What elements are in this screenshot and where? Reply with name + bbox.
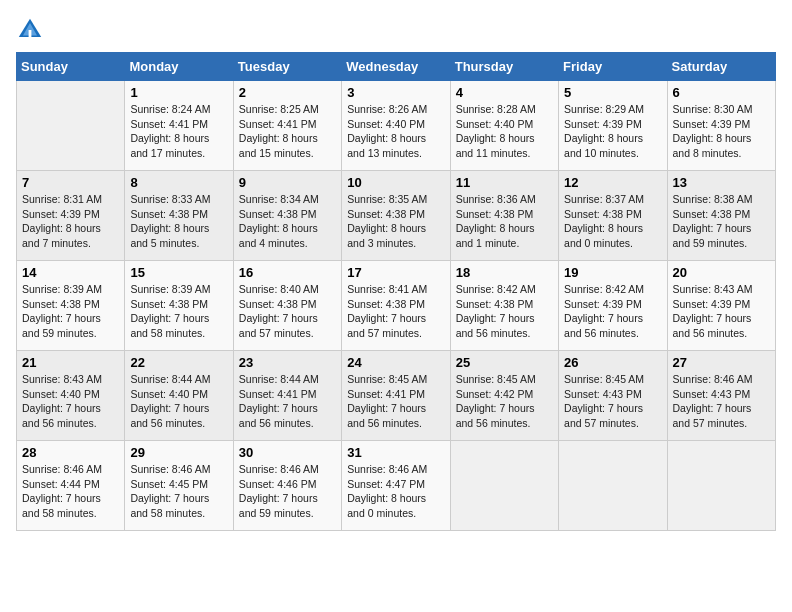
header-saturday: Saturday [667,53,775,81]
day-number: 8 [130,175,227,190]
header-sunday: Sunday [17,53,125,81]
calendar-cell: 6Sunrise: 8:30 AM Sunset: 4:39 PM Daylig… [667,81,775,171]
cell-content: Sunrise: 8:33 AM Sunset: 4:38 PM Dayligh… [130,192,227,251]
calendar-cell: 16Sunrise: 8:40 AM Sunset: 4:38 PM Dayli… [233,261,341,351]
calendar-cell [667,441,775,531]
cell-content: Sunrise: 8:46 AM Sunset: 4:46 PM Dayligh… [239,462,336,521]
day-number: 20 [673,265,770,280]
day-number: 28 [22,445,119,460]
day-number: 5 [564,85,661,100]
header-friday: Friday [559,53,667,81]
day-number: 19 [564,265,661,280]
calendar-cell [559,441,667,531]
day-number: 15 [130,265,227,280]
cell-content: Sunrise: 8:36 AM Sunset: 4:38 PM Dayligh… [456,192,553,251]
day-number: 18 [456,265,553,280]
day-number: 14 [22,265,119,280]
week-row-4: 21Sunrise: 8:43 AM Sunset: 4:40 PM Dayli… [17,351,776,441]
calendar-cell: 24Sunrise: 8:45 AM Sunset: 4:41 PM Dayli… [342,351,450,441]
cell-content: Sunrise: 8:34 AM Sunset: 4:38 PM Dayligh… [239,192,336,251]
cell-content: Sunrise: 8:30 AM Sunset: 4:39 PM Dayligh… [673,102,770,161]
calendar-cell: 22Sunrise: 8:44 AM Sunset: 4:40 PM Dayli… [125,351,233,441]
day-number: 31 [347,445,444,460]
day-number: 7 [22,175,119,190]
cell-content: Sunrise: 8:39 AM Sunset: 4:38 PM Dayligh… [130,282,227,341]
calendar-cell: 13Sunrise: 8:38 AM Sunset: 4:38 PM Dayli… [667,171,775,261]
calendar-cell: 1Sunrise: 8:24 AM Sunset: 4:41 PM Daylig… [125,81,233,171]
cell-content: Sunrise: 8:26 AM Sunset: 4:40 PM Dayligh… [347,102,444,161]
calendar-cell: 12Sunrise: 8:37 AM Sunset: 4:38 PM Dayli… [559,171,667,261]
day-number: 3 [347,85,444,100]
calendar-cell: 29Sunrise: 8:46 AM Sunset: 4:45 PM Dayli… [125,441,233,531]
calendar-cell: 10Sunrise: 8:35 AM Sunset: 4:38 PM Dayli… [342,171,450,261]
week-row-5: 28Sunrise: 8:46 AM Sunset: 4:44 PM Dayli… [17,441,776,531]
calendar-cell: 26Sunrise: 8:45 AM Sunset: 4:43 PM Dayli… [559,351,667,441]
calendar-cell: 28Sunrise: 8:46 AM Sunset: 4:44 PM Dayli… [17,441,125,531]
cell-content: Sunrise: 8:35 AM Sunset: 4:38 PM Dayligh… [347,192,444,251]
cell-content: Sunrise: 8:39 AM Sunset: 4:38 PM Dayligh… [22,282,119,341]
week-row-2: 7Sunrise: 8:31 AM Sunset: 4:39 PM Daylig… [17,171,776,261]
day-number: 23 [239,355,336,370]
calendar-cell [17,81,125,171]
calendar-cell: 19Sunrise: 8:42 AM Sunset: 4:39 PM Dayli… [559,261,667,351]
day-number: 9 [239,175,336,190]
cell-content: Sunrise: 8:38 AM Sunset: 4:38 PM Dayligh… [673,192,770,251]
calendar-cell: 5Sunrise: 8:29 AM Sunset: 4:39 PM Daylig… [559,81,667,171]
calendar-table: SundayMondayTuesdayWednesdayThursdayFrid… [16,52,776,531]
cell-content: Sunrise: 8:28 AM Sunset: 4:40 PM Dayligh… [456,102,553,161]
calendar-cell: 7Sunrise: 8:31 AM Sunset: 4:39 PM Daylig… [17,171,125,261]
cell-content: Sunrise: 8:44 AM Sunset: 4:40 PM Dayligh… [130,372,227,431]
day-number: 11 [456,175,553,190]
calendar-cell: 21Sunrise: 8:43 AM Sunset: 4:40 PM Dayli… [17,351,125,441]
calendar-cell: 3Sunrise: 8:26 AM Sunset: 4:40 PM Daylig… [342,81,450,171]
logo-icon [16,16,44,44]
cell-content: Sunrise: 8:37 AM Sunset: 4:38 PM Dayligh… [564,192,661,251]
day-number: 26 [564,355,661,370]
calendar-cell: 27Sunrise: 8:46 AM Sunset: 4:43 PM Dayli… [667,351,775,441]
svg-rect-2 [29,30,32,37]
logo [16,16,48,44]
week-row-1: 1Sunrise: 8:24 AM Sunset: 4:41 PM Daylig… [17,81,776,171]
cell-content: Sunrise: 8:45 AM Sunset: 4:43 PM Dayligh… [564,372,661,431]
day-number: 22 [130,355,227,370]
cell-content: Sunrise: 8:24 AM Sunset: 4:41 PM Dayligh… [130,102,227,161]
calendar-cell: 4Sunrise: 8:28 AM Sunset: 4:40 PM Daylig… [450,81,558,171]
calendar-cell: 15Sunrise: 8:39 AM Sunset: 4:38 PM Dayli… [125,261,233,351]
day-number: 1 [130,85,227,100]
cell-content: Sunrise: 8:31 AM Sunset: 4:39 PM Dayligh… [22,192,119,251]
cell-content: Sunrise: 8:45 AM Sunset: 4:41 PM Dayligh… [347,372,444,431]
day-number: 16 [239,265,336,280]
cell-content: Sunrise: 8:25 AM Sunset: 4:41 PM Dayligh… [239,102,336,161]
header-monday: Monday [125,53,233,81]
cell-content: Sunrise: 8:44 AM Sunset: 4:41 PM Dayligh… [239,372,336,431]
header-tuesday: Tuesday [233,53,341,81]
calendar-cell: 2Sunrise: 8:25 AM Sunset: 4:41 PM Daylig… [233,81,341,171]
calendar-cell: 30Sunrise: 8:46 AM Sunset: 4:46 PM Dayli… [233,441,341,531]
cell-content: Sunrise: 8:41 AM Sunset: 4:38 PM Dayligh… [347,282,444,341]
day-number: 4 [456,85,553,100]
cell-content: Sunrise: 8:45 AM Sunset: 4:42 PM Dayligh… [456,372,553,431]
day-number: 2 [239,85,336,100]
day-number: 17 [347,265,444,280]
day-number: 30 [239,445,336,460]
calendar-cell: 18Sunrise: 8:42 AM Sunset: 4:38 PM Dayli… [450,261,558,351]
calendar-cell [450,441,558,531]
page-header [16,16,776,44]
day-number: 24 [347,355,444,370]
cell-content: Sunrise: 8:46 AM Sunset: 4:45 PM Dayligh… [130,462,227,521]
calendar-cell: 14Sunrise: 8:39 AM Sunset: 4:38 PM Dayli… [17,261,125,351]
week-row-3: 14Sunrise: 8:39 AM Sunset: 4:38 PM Dayli… [17,261,776,351]
day-number: 29 [130,445,227,460]
cell-content: Sunrise: 8:46 AM Sunset: 4:44 PM Dayligh… [22,462,119,521]
header-thursday: Thursday [450,53,558,81]
cell-content: Sunrise: 8:43 AM Sunset: 4:39 PM Dayligh… [673,282,770,341]
cell-content: Sunrise: 8:40 AM Sunset: 4:38 PM Dayligh… [239,282,336,341]
cell-content: Sunrise: 8:46 AM Sunset: 4:47 PM Dayligh… [347,462,444,521]
header-wednesday: Wednesday [342,53,450,81]
day-number: 6 [673,85,770,100]
calendar-cell: 17Sunrise: 8:41 AM Sunset: 4:38 PM Dayli… [342,261,450,351]
cell-content: Sunrise: 8:43 AM Sunset: 4:40 PM Dayligh… [22,372,119,431]
calendar-cell: 25Sunrise: 8:45 AM Sunset: 4:42 PM Dayli… [450,351,558,441]
calendar-cell: 23Sunrise: 8:44 AM Sunset: 4:41 PM Dayli… [233,351,341,441]
day-number: 12 [564,175,661,190]
